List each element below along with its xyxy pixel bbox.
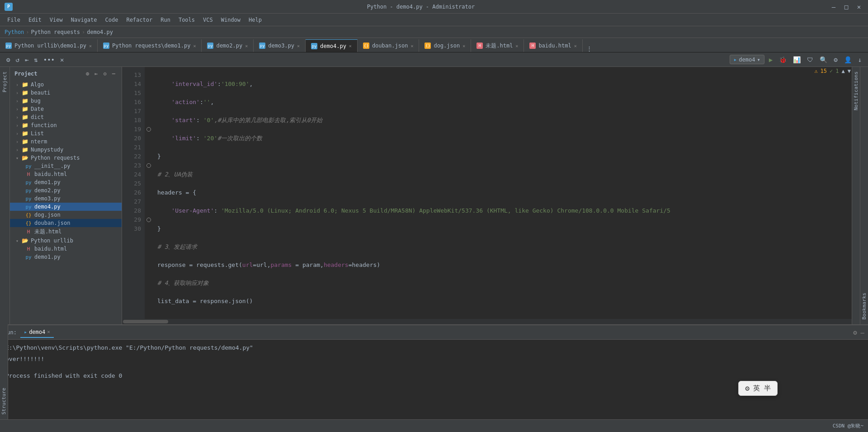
coverage-button[interactable]: 🛡 [805,55,815,64]
sync-icon[interactable]: ↺ [14,55,21,64]
tab-demo3[interactable]: py demo3.py ✕ [254,39,306,52]
project-panel-toggle[interactable]: Project [0,67,10,324]
tree-item-urllib-baidu[interactable]: H baidu.html [10,245,122,253]
bottom-settings-icon[interactable]: ⚙ [853,329,857,336]
maximize-button[interactable]: □ [842,3,851,10]
search-everywhere-button[interactable]: 🔍 [818,55,829,64]
update-button[interactable]: ↓ [856,55,863,64]
menu-window[interactable]: Window [217,15,244,25]
tree-item-beauti[interactable]: › 📁 beauti [10,89,122,97]
sort-icon[interactable]: ⇅ [32,55,39,64]
close-panel-icon[interactable]: ✕ [58,55,66,64]
tab-close-wending[interactable]: ✕ [515,43,518,48]
tree-item-dict[interactable]: › 📁 dict [10,113,122,121]
folder-icon-list: 📁 [21,130,29,137]
tree-item-init[interactable]: py __init__.py [10,162,122,170]
tab-close-douban[interactable]: ✕ [410,43,413,48]
tab-close-baidu[interactable]: ✕ [574,43,577,48]
tab-urllib-demo1[interactable]: py Python urllib\demo1.py ✕ [0,39,98,52]
project-label[interactable]: Project [0,67,9,97]
tab-close-demo4[interactable]: ✕ [349,43,352,48]
user-icon[interactable]: 👤 [842,55,854,64]
tree-item-demo4-py[interactable]: py demo4.py [10,203,122,211]
tree-item-wending-html[interactable]: H 未题.html [10,227,122,237]
tree-item-python-urllib[interactable]: ▾ 📂 Python urllib [10,237,122,245]
run-tab-config-label: demo4 [29,329,45,335]
tree-item-list[interactable]: › 📁 List [10,129,122,138]
tab-demo4[interactable]: py demo4.py ✕ [306,39,358,52]
notifications-label[interactable]: Notifications [852,67,860,115]
sidebar-settings-icon[interactable]: ⚙ [102,70,108,78]
tree-item-demo1-py[interactable]: py demo1.py [10,178,122,186]
menu-edit[interactable]: Edit [25,15,45,25]
menu-code[interactable]: Code [102,15,122,25]
tree-item-dog-json[interactable]: {} dog.json [10,211,122,219]
tree-item-python-requests[interactable]: ▾ 📂 Python requests [10,154,122,162]
run-button[interactable]: ▶ [767,55,774,64]
horizontal-scrollbar[interactable] [122,319,860,324]
code-area[interactable]: 13 14 15 16 17 18 19 20 21 22 23 24 25 2… [122,67,860,319]
menu-vcs[interactable]: VCS [199,15,217,25]
tab-douban[interactable]: {} douban.json ✕ [358,39,420,52]
tab-demo2[interactable]: py demo2.py ✕ [202,39,254,52]
tab-close-demo3[interactable]: ✕ [297,43,300,48]
run-tab[interactable]: ▸ demo4 ✕ [20,327,54,338]
run-tab-close[interactable]: ✕ [47,329,50,335]
debug-button[interactable]: 🐞 [777,55,788,64]
structure-label[interactable]: Structure [0,383,8,419]
menu-view[interactable]: View [46,15,66,25]
tree-item-date[interactable]: › 📁 Date [10,105,122,113]
sidebar-close-icon[interactable]: — [110,70,117,78]
tree-item-baidu-html[interactable]: H baidu.html [10,170,122,178]
tree-item-douban-json[interactable]: {} douban.json [10,219,122,227]
collapse-icon[interactable]: ⇤ [23,55,30,64]
h-scrollbar-thumb[interactable] [123,320,168,323]
code-content[interactable]: 'interval_id':'100:90', 'action':'', 'st… [154,67,854,319]
menu-tools[interactable]: Tools [175,15,198,25]
sidebar-locate-icon[interactable]: ⊕ [84,70,91,78]
profile-button[interactable]: 📊 [791,55,802,64]
run-config-label: demo4 [739,57,755,63]
run-output: E:\Python\venv\Scripts\python.exe "E:/Py… [0,340,868,419]
tab-close-urllib[interactable]: ✕ [89,43,92,48]
scroll-down-icon[interactable]: ▼ [848,68,851,74]
tab-close-demo2[interactable]: ✕ [245,43,248,48]
project-gear-icon[interactable]: ⚙ [5,55,12,64]
tree-item-function[interactable]: › 📁 function [10,121,122,129]
tab-wending[interactable]: H 未题.html ✕ [471,39,524,52]
breadcrumb-requests[interactable]: Python requests [31,29,80,35]
menu-run[interactable]: Run [157,15,174,25]
menu-file[interactable]: File [4,15,24,25]
scroll-up-icon[interactable]: ▲ [842,68,845,74]
sidebar-collapse-icon[interactable]: ⇤ [93,70,99,78]
menu-refactor[interactable]: Refactor [123,15,156,25]
ime-toolbar[interactable]: ⚙ 英 半 [738,381,778,396]
more-actions-icon[interactable]: ••• [42,55,57,64]
tab-requests-demo1[interactable]: py Python requests\demo1.py ✕ [98,39,202,52]
breadcrumb-file[interactable]: demo4.py [87,29,113,35]
tree-item-numpystudy[interactable]: › 📁 Numpystudy [10,146,122,154]
minimize-button[interactable]: — [829,3,838,10]
tree-item-urllib-demo1[interactable]: py demo1.py [10,253,122,261]
tab-close-dog[interactable]: ✕ [462,43,465,48]
menu-help[interactable]: Help [245,15,265,25]
bookmarks-label[interactable]: Bookmarks [860,288,868,324]
error-indicator[interactable]: ⚠ 15 ✓ 1 ▲ ▼ [814,68,851,74]
tab-overflow-button[interactable]: ⋮ [583,45,596,52]
tab-baidu[interactable]: H baidu.html ✕ [524,39,582,52]
tree-item-demo3-py[interactable]: py demo3.py [10,195,122,203]
run-config-selector[interactable]: ▸ demo4 ▾ [730,55,764,64]
bottom-close-icon[interactable]: — [861,329,864,336]
close-button[interactable]: ✕ [854,3,863,10]
tab-close-req1[interactable]: ✕ [193,43,196,48]
settings-button[interactable]: ⚙ [832,55,839,64]
breadcrumb-python[interactable]: Python [5,29,24,35]
tab-dog[interactable]: {} dog.json ✕ [419,39,471,52]
tree-item-nterm[interactable]: › 📁 nterm [10,138,122,146]
tab-icon-py3: py [207,43,213,49]
tree-item-algo[interactable]: › 📁 Algo [10,81,122,89]
tree-item-demo2-py[interactable]: py demo2.py [10,186,122,195]
tree-item-bug[interactable]: › 📁 bug [10,97,122,105]
line-num-18: 18 [122,116,141,125]
menu-navigate[interactable]: Navigate [67,15,101,25]
